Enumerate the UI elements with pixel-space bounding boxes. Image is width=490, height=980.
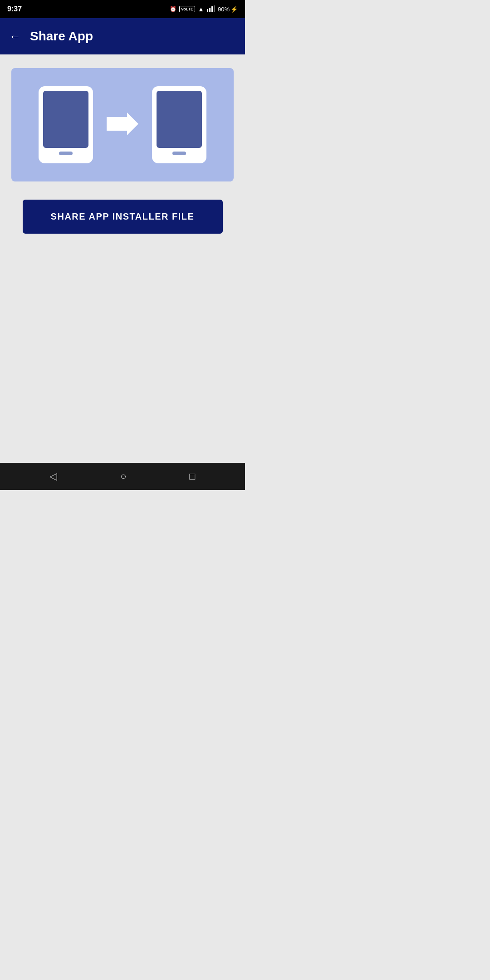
status-bar: 9:37 ⏰ VoLTE ▲ 90% ⚡ — [0, 0, 245, 18]
share-installer-button[interactable]: SHARE APP INSTALLER FILE — [23, 200, 223, 234]
nav-home-button[interactable]: ○ — [120, 470, 126, 482]
battery-icon: 90% ⚡ — [218, 6, 238, 13]
phone-button-source — [59, 152, 73, 155]
page-title: Share App — [30, 29, 93, 44]
phone-screen-destination — [157, 91, 202, 148]
nav-back-button[interactable]: ◁ — [49, 470, 57, 482]
phone-destination — [152, 86, 206, 163]
svg-rect-1 — [209, 8, 211, 12]
illustration-card — [11, 68, 234, 181]
volte-badge: VoLTE — [179, 6, 195, 12]
transfer-arrow — [107, 110, 138, 139]
alarm-icon: ⏰ — [170, 6, 176, 12]
status-time: 9:37 — [7, 5, 22, 13]
app-bar: ← Share App — [0, 18, 245, 54]
signal-icon — [207, 5, 215, 13]
battery-charging-icon: ⚡ — [230, 6, 238, 13]
wifi-icon: ▲ — [198, 5, 204, 13]
phone-body-destination — [152, 86, 206, 163]
svg-rect-2 — [211, 6, 213, 12]
nav-bar: ◁ ○ □ — [0, 463, 245, 490]
svg-marker-4 — [107, 113, 138, 135]
phone-source — [39, 86, 93, 163]
main-content: SHARE APP INSTALLER FILE — [0, 54, 245, 463]
phone-body-source — [39, 86, 93, 163]
status-icons: ⏰ VoLTE ▲ 90% ⚡ — [170, 5, 238, 13]
phone-button-destination — [172, 152, 186, 155]
svg-rect-3 — [214, 5, 215, 12]
nav-recents-button[interactable]: □ — [189, 470, 195, 482]
svg-rect-0 — [207, 9, 208, 12]
phone-screen-source — [43, 91, 88, 148]
back-button[interactable]: ← — [9, 30, 21, 42]
